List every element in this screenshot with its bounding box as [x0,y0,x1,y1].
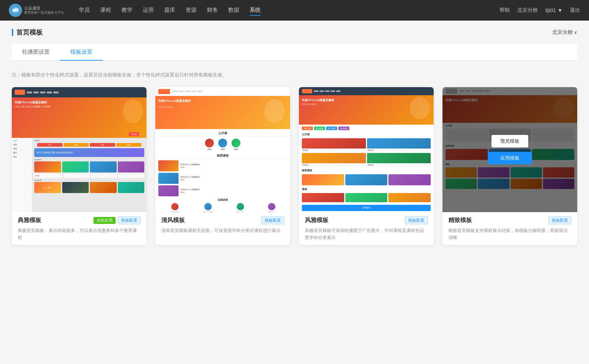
template-name-fengya: 风雅模板 [305,217,328,224]
config-button-jingzhi[interactable]: 模板配置 [549,217,571,224]
nav-item-finance[interactable]: 财务 [207,5,218,16]
page-title: 首页模板 [12,28,43,37]
page-header: 首页模板 北京分校 [12,28,577,37]
nav-item-questions[interactable]: 题库 [164,5,175,16]
config-button-fengya[interactable]: 模板配置 [405,217,428,224]
badge-current-dianva: 当前应用 [94,217,116,224]
logout-button[interactable]: 退出 [570,7,580,14]
user-menu[interactable]: lijt01 ▼ [545,7,562,13]
template-footer-qingfeng: 清风模板 模板配置 清风首页模板课程无封面，可设置按学科分类对课程进行展示 [155,212,290,238]
tab-carousel[interactable]: 轮播图设置 [12,44,60,61]
templates-grid: 托福TPO1-54真题及解析 口语 口读 口会话 口真题库 口考试教 立即报名 … [12,87,577,245]
svg-point-3 [13,7,18,12]
template-desc-qingfeng: 清风首页模板课程无封面，可设置按学科分类对课程进行展示 [161,227,284,234]
template-footer-jingzhi: 精致模板 模板配置 精致首页模板支持课程展示封面，各模板分隔明显，界面简洁清晰 [442,212,577,245]
page-content: 首页模板 北京分校 轮播图设置 模板设置 注：模板有部分个性化样式设置，设置后仅… [0,21,589,364]
template-badges-dianva: 当前应用 模板配置 [94,217,141,224]
template-badges-fengya: 模板配置 [405,217,428,224]
nav-item-students[interactable]: 学员 [79,5,90,16]
navbar: 云朵课堂 教育机构一站式服务云平台 学员 课程 教学 运营 题库 资源 财务 数… [0,0,589,21]
nav-item-teaching[interactable]: 教学 [121,5,133,16]
template-badges-jingzhi: 模板配置 [549,217,571,224]
nav-item-courses[interactable]: 课程 [100,5,111,16]
template-preview-jingzhi: 预览模板 应用模板 [442,87,577,212]
tabs: 轮播图设置 模板设置 [12,44,577,61]
config-button-dianva[interactable]: 模板配置 [118,217,141,224]
apply-template-button[interactable]: 应用模板 [488,152,532,164]
template-desc-dianva: 典雅首页模板，展示内容较多，可以展示优惠券和多个推荐课程 [18,227,141,241]
nav-item-operations[interactable]: 运营 [143,5,154,16]
nav-items: 学员 课程 教学 运营 题库 资源 财务 数据 系统 [79,5,500,16]
logo-icon [9,4,22,17]
branch-selector[interactable]: 北京分校 [552,29,577,36]
template-badges-qingfeng: 模板配置 [261,217,284,224]
branch-link[interactable]: 北京分校 [517,7,538,14]
template-desc-jingzhi: 精致首页模板支持课程展示封面，各模板分隔明显，界面简洁清晰 [448,227,571,241]
logo-text: 云朵课堂 教育机构一站式服务云平台 [24,6,64,15]
template-card-fengya[interactable]: 托福TPO1-54真题及解析 口语 口读 口会话... 课程优选 精品课程 热门… [299,87,434,245]
template-footer-dianva: 典雅模板 当前应用 模板配置 典雅首页模板，展示内容较多，可以展示优惠券和多个推… [12,212,147,245]
template-name-jingzhi: 精致模板 [448,217,472,224]
template-preview-qingfeng: 托福TPO1-54真题及解析 口语 口读 口会话... 公开课 讲师1 [155,87,290,212]
template-card-jingzhi[interactable]: 预览模板 应用模板 [442,87,577,245]
template-preview-fengya: 托福TPO1-54真题及解析 口语 口读 口会话... 课程优选 精品课程 热门… [299,87,434,212]
template-name-dianva: 典雅模板 [18,217,41,224]
nav-item-resources[interactable]: 资源 [186,5,197,16]
template-footer-fengya: 风雅模板 模板配置 风雅首页模板可添加轮播图下广告图片，可对课程及课程包设置学科… [299,212,434,245]
nav-item-data[interactable]: 数据 [228,5,239,16]
template-preview-dianva: 托福TPO1-54真题及解析 口语 口读 口会话 口真题库 口考试教 立即报名 … [12,87,147,212]
template-overlay-jingzhi: 预览模板 应用模板 [442,87,577,212]
config-button-qingfeng[interactable]: 模板配置 [261,217,284,224]
logo: 云朵课堂 教育机构一站式服务云平台 [9,4,64,17]
template-desc-fengya: 风雅首页模板可添加轮播图下广告图片，可对课程及课程包设置学科分类展示 [305,227,428,241]
template-name-qingfeng: 清风模板 [161,217,185,224]
preview-template-button[interactable]: 预览模板 [491,135,528,147]
help-link[interactable]: 帮助 [500,7,510,14]
template-card-dianva[interactable]: 托福TPO1-54真题及解析 口语 口读 口会话 口真题库 口考试教 立即报名 … [12,87,147,245]
tab-wrapper: 轮播图设置 模板设置 [12,44,577,61]
tab-template[interactable]: 模板设置 [60,44,103,61]
template-card-qingfeng[interactable]: 托福TPO1-54真题及解析 口语 口读 口会话... 公开课 讲师1 [155,87,290,245]
note-text: 注：模板有部分个性化样式设置，设置后仅当前模板生效；非个性化样式设置后只针对所有… [12,67,577,78]
navbar-right: 帮助 北京分校 lijt01 ▼ 退出 [500,7,580,14]
nav-item-system[interactable]: 系统 [250,5,261,16]
